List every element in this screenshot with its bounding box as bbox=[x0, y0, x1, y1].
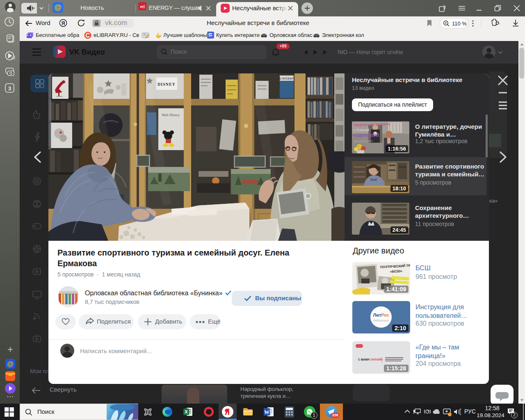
svg-text:nrj: nrj bbox=[140, 4, 145, 9]
svg-text:С ВАМИ ОНЛАЙН: С ВАМИ ОНЛАЙН bbox=[358, 358, 383, 361]
svg-text:ЧУДИНОВОЙ: ЧУДИНОВОЙ bbox=[353, 133, 379, 138]
svg-text:3: 3 bbox=[8, 85, 11, 91]
svg-text:X: X bbox=[185, 409, 188, 414]
svg-text:творческая 2023: творческая 2023 bbox=[354, 140, 373, 142]
svg-text:@: @ bbox=[7, 361, 14, 368]
svg-text:Б.ФЛОБЕР: Б.ФЛОБЕР bbox=[279, 77, 294, 80]
svg-text:Я: Я bbox=[62, 21, 65, 26]
svg-text:Walt Disney: Walt Disney bbox=[162, 113, 179, 117]
svg-text:W: W bbox=[264, 409, 269, 415]
svg-text:«БСШ»: «БСШ» bbox=[390, 269, 403, 274]
svg-text:DISNEY: DISNEY bbox=[158, 82, 176, 87]
svg-text:с Еленой: с Еленой bbox=[354, 128, 369, 132]
svg-text:ЛитРес: ЛитРес bbox=[373, 313, 389, 317]
svg-text:библиотека: библиотека bbox=[373, 319, 389, 322]
